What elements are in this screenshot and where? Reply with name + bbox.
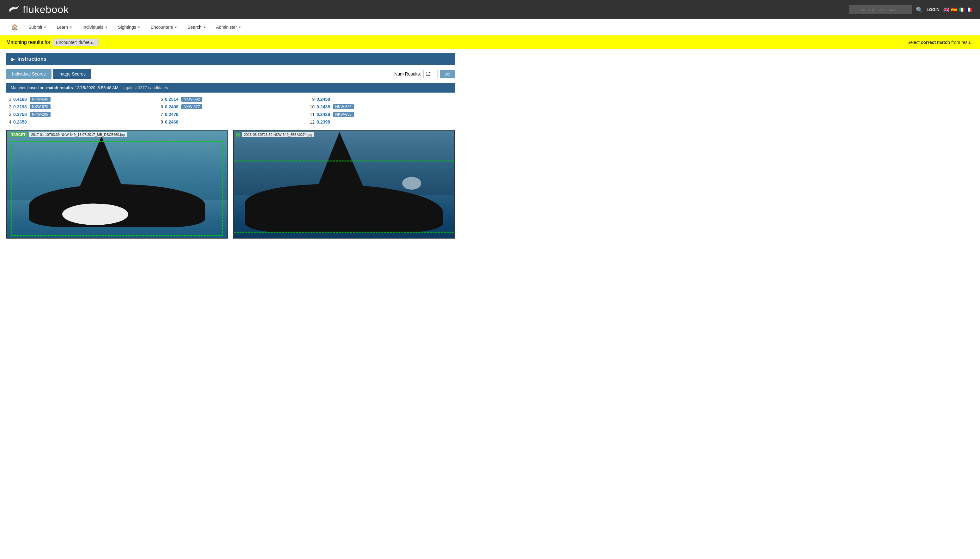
detection-box-right-bottom: [234, 232, 454, 233]
score-table: 1 0.4168 NKW-649 5 0.2514 NKW-692 9 0.24…: [6, 96, 455, 126]
score-tag[interactable]: NKW-863: [333, 112, 354, 117]
candidate-badge: [236, 133, 240, 137]
score-value: 0.4168: [13, 97, 28, 102]
score-value: 0.2478: [165, 112, 180, 117]
score-value: 0.2468: [165, 119, 180, 124]
logo-icon: [8, 4, 20, 15]
individual-scores-button[interactable]: Individual Scores: [6, 69, 51, 79]
images-row: TARGET 2017-01-10T03:39 NKW-649_13.07.20…: [6, 130, 455, 238]
score-row: 3 0.2758 NKW-299: [6, 111, 152, 118]
nav-submit[interactable]: Submit ▼: [23, 20, 51, 34]
score-rank: 12: [310, 119, 315, 124]
score-rank: 8: [158, 119, 163, 124]
instructions-panel[interactable]: ▶ Instructions: [6, 53, 455, 65]
score-tag[interactable]: NKW-299: [30, 112, 51, 117]
header: flukebook 🔍 LOGIN 🇬🇧 🇪🇸 🇮🇹 🇫🇷: [0, 0, 980, 19]
score-row: 10 0.2438 NKW-626: [310, 103, 455, 110]
nav-sightings[interactable]: Sightings ▼: [113, 20, 146, 34]
score-value: 0.2498: [165, 104, 180, 109]
individuals-caret: ▼: [105, 26, 108, 29]
search-icon[interactable]: 🔍: [916, 6, 923, 13]
score-row: 12 0.2398: [310, 119, 455, 126]
instructions-arrow: ▶: [12, 56, 15, 61]
score-rank: 6: [158, 104, 163, 109]
score-rank: 5: [158, 97, 163, 102]
flag-es[interactable]: 🇪🇸: [951, 7, 957, 13]
score-row: 11 0.2428 NKW-863: [310, 111, 455, 118]
image-label-bar-candidate: 2016-06-30T16:32 NKW-649_6B5A0274.jpg: [234, 131, 454, 139]
detection-box-right-top: [234, 160, 454, 162]
sightings-caret: ▼: [137, 26, 140, 29]
image-scores-button[interactable]: Image Scores: [53, 69, 91, 79]
score-row: 9 0.2458: [310, 96, 455, 103]
encounters-caret: ▼: [174, 26, 178, 29]
navbar: 🏠 Submit ▼ Learn ▼ Individuals ▼ Sightin…: [0, 19, 980, 35]
score-tag[interactable]: NKW-692: [181, 97, 202, 102]
score-tag[interactable]: NKW-626: [333, 104, 354, 109]
encounter-badge[interactable]: Encounter: d6f9e5...: [53, 38, 99, 46]
image-card-candidate: 2016-06-30T16:32 NKW-649_6B5A0274.jpg: [233, 130, 455, 238]
score-rank: 10: [310, 104, 315, 109]
score-row: 2 0.3198 NKW-970: [6, 103, 152, 110]
matching-bar: Matching results for Encounter: d6f9e5..…: [0, 35, 980, 49]
score-rank: 1: [6, 97, 12, 102]
score-value: 0.2658: [13, 119, 28, 124]
score-row: 6 0.2498 NKW-377: [158, 103, 303, 110]
score-row: 4 0.2658: [6, 119, 152, 126]
dorsal-fin-right: [311, 132, 374, 211]
image-label-bar-target: TARGET 2017-01-10T03:39 NKW-649_13.07.20…: [7, 131, 228, 139]
num-results-area: Num Results: 12 set: [394, 70, 455, 78]
score-value: 0.3198: [13, 104, 28, 109]
flags-area: 🇬🇧 🇪🇸 🇮🇹 🇫🇷: [943, 7, 972, 13]
score-buttons-row: Individual Scores Image Scores Num Resul…: [6, 69, 455, 79]
administer-caret: ▼: [238, 26, 241, 29]
num-results-input[interactable]: 12: [423, 70, 437, 78]
submit-caret: ▼: [44, 26, 47, 29]
set-button[interactable]: set: [440, 70, 455, 78]
score-tag[interactable]: NKW-970: [30, 104, 51, 109]
score-rank: 11: [310, 112, 315, 117]
login-button[interactable]: LOGIN: [927, 7, 940, 12]
instructions-label: Instructions: [17, 56, 46, 62]
nav-individuals[interactable]: Individuals ▼: [78, 20, 113, 34]
learn-caret: ▼: [69, 26, 73, 29]
orca-background-left: [7, 131, 228, 238]
logo-area: flukebook: [8, 4, 69, 15]
logo-text: flukebook: [23, 4, 69, 15]
nav-learn[interactable]: Learn ▼: [51, 20, 78, 34]
score-rank: 7: [158, 112, 163, 117]
image-meta-target: 2017-01-10T03:39 NKW-649_13.07.2017_MB_D…: [29, 132, 126, 137]
main-content: ▶ Instructions Individual Scores Image S…: [0, 49, 461, 242]
nav-search[interactable]: Search ▼: [183, 20, 211, 34]
orca-background-right: [234, 131, 454, 238]
flag-fr[interactable]: 🇫🇷: [966, 7, 972, 13]
score-tag[interactable]: NKW-377: [181, 104, 202, 109]
score-value: 0.2398: [317, 119, 331, 124]
matching-bar-left: Matching results for Encounter: d6f9e5..…: [6, 38, 99, 46]
header-right: 🔍 LOGIN 🇬🇧 🇪🇸 🇮🇹 🇫🇷: [849, 5, 972, 14]
water-spray: [402, 177, 421, 190]
score-row: 7 0.2478: [158, 111, 303, 118]
target-badge: TARGET: [10, 132, 27, 137]
num-results-label: Num Results:: [394, 71, 421, 76]
score-tag[interactable]: NKW-649: [30, 97, 51, 102]
image-meta-candidate: 2016-06-30T16:32 NKW-649_6B5A0274.jpg: [242, 132, 314, 137]
nav-home[interactable]: 🏠: [6, 19, 23, 35]
whale-image-candidate: [234, 131, 454, 238]
score-value: 0.2438: [317, 104, 331, 109]
score-row: 8 0.2468: [158, 119, 303, 126]
flag-it[interactable]: 🇮🇹: [959, 7, 965, 13]
matching-prefix: Matching results for: [6, 40, 51, 45]
search-input[interactable]: [849, 5, 912, 14]
nav-encounters[interactable]: Encounters ▼: [146, 20, 183, 34]
matching-bar-right: Select correct match from resu...: [907, 40, 974, 45]
flag-en[interactable]: 🇬🇧: [943, 7, 950, 13]
score-buttons-left: Individual Scores Image Scores: [6, 69, 91, 79]
score-value: 0.2758: [13, 112, 28, 117]
score-rank: 2: [6, 104, 12, 109]
score-value: 0.2428: [317, 112, 331, 117]
score-row: 1 0.4168 NKW-649: [6, 96, 152, 103]
nav-administer[interactable]: Administer ▼: [211, 20, 246, 34]
score-rank: 4: [6, 119, 12, 124]
detection-box-left: [12, 141, 223, 236]
